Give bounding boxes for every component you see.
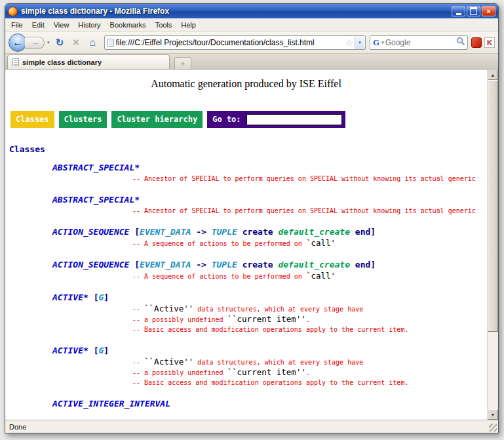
menu-item-file[interactable]: File xyxy=(7,19,28,31)
tab-label: simple class dictionary xyxy=(22,58,102,66)
goto-input[interactable] xyxy=(246,114,342,125)
class-entry-title[interactable]: ACTIVE* [G] xyxy=(52,346,487,356)
close-button[interactable]: × xyxy=(482,6,495,16)
search-engine-dropdown[interactable]: ▾ xyxy=(380,40,385,45)
new-tab-button[interactable]: + xyxy=(174,57,191,69)
class-entry: ACTIVE* [G]-- ``Active'' data structures… xyxy=(52,346,487,388)
class-comment-line: -- a possibly undefined ``current item''… xyxy=(132,314,487,325)
page-title: Automatic generation produced by ISE Eif… xyxy=(5,78,487,90)
goto-label: Go to: xyxy=(212,115,241,124)
class-comment-line: -- a possibly undefined ``current item''… xyxy=(132,367,487,378)
class-entry-comments: -- ``Active'' data structures, which at … xyxy=(132,304,487,334)
page-icon xyxy=(107,39,114,47)
status-text: Done xyxy=(9,423,26,431)
refresh-button[interactable]: ↻ xyxy=(52,35,68,50)
addon-icon-k[interactable]: K xyxy=(484,37,495,48)
firefox-icon xyxy=(8,7,18,16)
address-bar[interactable]: ☆ ▾ xyxy=(104,35,366,50)
class-entry-title[interactable]: ACTIVE_INTEGER_INTERVAL xyxy=(52,399,487,409)
class-entry-comments: -- A sequence of actions to be performed… xyxy=(132,271,487,281)
maximize-button[interactable] xyxy=(467,6,480,16)
class-entry-title[interactable]: ACTIVE* [G] xyxy=(52,292,487,303)
class-entry-title[interactable]: ACTION_SEQUENCE [EVENT_DATA -> TUPLE cre… xyxy=(52,260,487,270)
address-input[interactable] xyxy=(114,38,345,47)
scrollbar-thumb[interactable] xyxy=(488,80,498,332)
class-entry-title[interactable]: ABSTRACT_SPECIAL* xyxy=(52,195,487,205)
class-comment-line: -- Basic access and modification operati… xyxy=(132,325,487,334)
page-button-classes[interactable]: Classes xyxy=(10,111,54,128)
class-comment-line: -- ``Active'' data structures, which at … xyxy=(132,357,487,367)
class-entry: ABSTRACT_SPECIAL*-- Ancestor of SPECIAL … xyxy=(52,195,487,216)
class-entry-comments: -- Ancestor of SPECIAL to perform querie… xyxy=(132,206,487,216)
menu-item-help[interactable]: Help xyxy=(176,19,201,31)
goto-box: Go to: xyxy=(207,111,345,128)
menu-item-view[interactable]: View xyxy=(49,19,74,31)
search-bar[interactable]: G ▾ xyxy=(370,35,468,50)
search-magnifier-icon[interactable] xyxy=(456,37,465,49)
page-nav-buttons: ClassesClustersCluster hierarchy Go to: xyxy=(10,111,487,128)
vertical-scrollbar[interactable]: ▲ ▼ xyxy=(487,70,498,420)
class-entry-comments: -- Ancestor of SPECIAL to perform querie… xyxy=(132,174,487,184)
menu-item-edit[interactable]: Edit xyxy=(28,19,49,31)
navigation-toolbar: ← → ▾ ↻ × ⌂ ☆ ▾ G ▾ K xyxy=(5,32,498,54)
bookmark-star-icon[interactable]: ☆ xyxy=(344,38,355,48)
resize-grip[interactable] xyxy=(489,424,497,431)
menu-item-history[interactable]: History xyxy=(73,19,105,31)
minimize-button[interactable] xyxy=(452,6,465,16)
class-comment-line: -- Ancestor of SPECIAL to perform querie… xyxy=(132,206,487,216)
document-area: Automatic generation produced by ISE Eif… xyxy=(5,70,487,420)
class-comment-line: -- ``Active'' data structures, which at … xyxy=(132,304,487,314)
window-controls: × xyxy=(452,6,495,16)
page-buttons-container: ClassesClustersCluster hierarchy xyxy=(10,111,203,128)
stop-icon: × xyxy=(73,36,79,49)
menu-bar: FileEditViewHistoryBookmarksToolsHelp xyxy=(5,18,498,32)
window-title: simple class dictionary - Mozilla Firefo… xyxy=(21,7,448,16)
page-content: Automatic generation produced by ISE Eif… xyxy=(5,70,498,420)
forward-button[interactable]: → xyxy=(25,37,45,49)
class-entry-title[interactable]: ABSTRACT_SPECIAL* xyxy=(52,163,487,173)
addon-icon-red[interactable] xyxy=(471,37,482,48)
class-entry-comments: -- ``Active'' data structures, which at … xyxy=(132,357,487,388)
class-entry: ACTION_SEQUENCE [EVENT_DATA -> TUPLE cre… xyxy=(52,227,487,249)
class-entry-comments: -- A sequence of actions to be performed… xyxy=(132,238,487,249)
scroll-up-button[interactable]: ▲ xyxy=(488,70,498,80)
home-button[interactable]: ⌂ xyxy=(85,35,100,50)
stop-button[interactable]: × xyxy=(69,35,84,50)
menu-item-bookmarks[interactable]: Bookmarks xyxy=(106,19,151,31)
class-comment-line: -- Ancestor of SPECIAL to perform querie… xyxy=(132,174,487,184)
menu-item-tools[interactable]: Tools xyxy=(151,19,177,31)
class-entry: ACTIVE* [G]-- ``Active'' data structures… xyxy=(52,292,487,334)
address-dropdown[interactable]: ▾ xyxy=(355,36,364,49)
section-title-classes: Classes xyxy=(9,144,487,154)
browser-window: simple class dictionary - Mozilla Firefo… xyxy=(5,3,499,433)
class-entry: ABSTRACT_SPECIAL*-- Ancestor of SPECIAL … xyxy=(52,163,487,184)
status-bar: Done xyxy=(5,420,498,433)
home-icon: ⌂ xyxy=(89,37,96,49)
page-button-clusters[interactable]: Clusters xyxy=(59,111,107,128)
history-dropdown[interactable]: ▾ xyxy=(46,40,51,45)
back-button[interactable]: ← xyxy=(9,33,27,52)
class-comment-line: -- Basic access and modification operati… xyxy=(132,378,487,388)
class-entry: ACTION_SEQUENCE [EVENT_DATA -> TUPLE cre… xyxy=(52,260,487,281)
google-icon: G xyxy=(372,37,380,48)
tab-bar: simple class dictionary + xyxy=(5,54,498,70)
class-list: ABSTRACT_SPECIAL*-- Ancestor of SPECIAL … xyxy=(5,163,487,409)
page-button-cluster-hierarchy[interactable]: Cluster hierarchy xyxy=(111,111,203,128)
back-arrow-icon: ← xyxy=(12,37,23,48)
title-bar[interactable]: simple class dictionary - Mozilla Firefo… xyxy=(5,4,498,18)
tab-page-icon xyxy=(12,58,19,66)
tab-simple-class-dictionary[interactable]: simple class dictionary xyxy=(7,54,170,69)
class-entry: ACTIVE_INTEGER_INTERVAL xyxy=(52,399,487,409)
class-comment-line: -- A sequence of actions to be performed… xyxy=(132,238,487,249)
class-entry-title[interactable]: ACTION_SEQUENCE [EVENT_DATA -> TUPLE cre… xyxy=(52,227,487,237)
refresh-icon: ↻ xyxy=(56,37,64,49)
scroll-down-button[interactable]: ▼ xyxy=(488,409,498,420)
class-comment-line: -- A sequence of actions to be performed… xyxy=(132,271,487,281)
search-input[interactable] xyxy=(385,38,456,47)
